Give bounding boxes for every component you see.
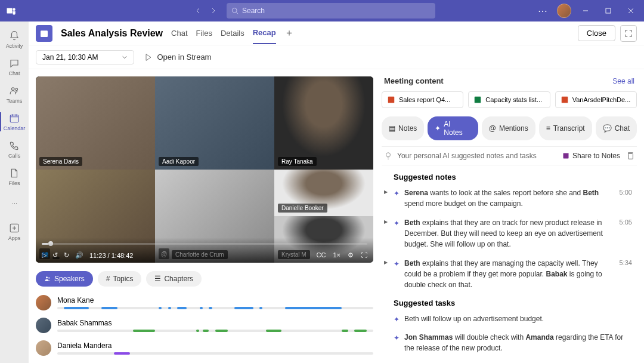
filter-tab-topics[interactable]: #Topics	[98, 271, 142, 287]
sparkle-icon: ✦	[394, 314, 400, 325]
bell-icon	[8, 30, 20, 42]
body: Serena Davis Aadi Kapoor Ray Tanaka 👥 @C…	[29, 69, 644, 363]
sidebar-item-more[interactable]: ⋯	[0, 191, 29, 217]
ai-notes-header: Your personal AI suggested notes and tas…	[382, 146, 637, 165]
suggested-note[interactable]: ▶✦Beth explains that they are managing t…	[394, 258, 632, 290]
ppt-file-icon	[561, 96, 569, 104]
sidebar-item-chat[interactable]: Chat	[0, 54, 29, 80]
meeting-content-header: Meeting content See all	[382, 76, 637, 91]
sparkle-icon: ✦	[394, 218, 400, 250]
attachment-name: VanArsdelPitchDe...	[572, 96, 631, 103]
attachment[interactable]: Sales report Q4...	[382, 91, 463, 108]
svg-point-14	[386, 153, 391, 157]
play-icon[interactable]: ▷	[42, 251, 47, 259]
open-in-stream-button[interactable]: Open in Stream	[144, 53, 211, 62]
svg-rect-16	[628, 154, 633, 159]
note-timestamp[interactable]: 5:34	[620, 258, 632, 290]
caret-icon[interactable]: ▶	[384, 189, 388, 196]
svg-point-10	[48, 277, 49, 278]
nav-back-icon[interactable]	[191, 4, 205, 18]
attachments-row: Sales report Q4...Capacity stats list...…	[382, 91, 637, 108]
recap-tab-notes[interactable]: ▤Notes	[382, 116, 424, 140]
lightbulb-icon	[384, 152, 392, 160]
tab-chat[interactable]: Chat	[171, 23, 187, 44]
sidebar-item-activity[interactable]: Activity	[0, 26, 29, 53]
more-icon: ⋯	[8, 198, 20, 210]
tab-recap[interactable]: Recap	[253, 22, 276, 44]
search-icon	[231, 7, 239, 14]
cc-icon[interactable]: CC	[317, 251, 326, 259]
app-sidebar: Activity Chat Teams Calendar Calls Files…	[0, 21, 29, 363]
video-tile: Ray Tanaka	[274, 76, 373, 170]
current-user-avatar[interactable]	[557, 4, 571, 18]
add-tab-icon[interactable]: ＋	[284, 27, 294, 39]
speaker-row[interactable]: Babak Shammas	[36, 318, 373, 333]
settings-icon[interactable]: ⚙	[348, 251, 354, 259]
date-picker[interactable]: Jan 21, 10:30 AM	[36, 50, 134, 64]
forward-10-icon[interactable]: ↻	[64, 251, 69, 259]
note-text: Beth explains that they are on track for…	[404, 217, 615, 250]
search-input[interactable]: Search	[227, 3, 435, 19]
note-timestamp[interactable]: 5:00	[620, 187, 632, 209]
speaker-timeline[interactable]	[57, 352, 373, 355]
recap-tab-transcript[interactable]: ≡Transcript	[539, 116, 592, 140]
nav-forward-icon[interactable]	[206, 4, 221, 18]
tab-icon: ≡	[546, 124, 550, 133]
teams-app-icon	[5, 4, 18, 17]
suggested-notes-title: Suggested notes	[394, 173, 632, 182]
speaker-row[interactable]: Mona Kane	[36, 295, 373, 310]
suggested-note[interactable]: ▶✦Serena wants to look at the sales repo…	[394, 187, 632, 209]
window-minimize-icon[interactable]	[577, 2, 594, 19]
ai-subtitle: Your personal AI suggested notes and tas…	[397, 152, 537, 160]
suggested-task[interactable]: ✦Jon Shammas will double check with Aman…	[394, 332, 632, 353]
speaker-timeline[interactable]	[57, 330, 373, 332]
rewind-10-icon[interactable]: ↺	[52, 251, 58, 259]
note-timestamp[interactable]: 5:05	[620, 217, 632, 250]
fullscreen-icon[interactable]: ⛶	[361, 251, 367, 259]
filter-tab-speakers[interactable]: Speakers	[36, 271, 93, 287]
video-grid[interactable]: Serena Davis Aadi Kapoor Ray Tanaka 👥 @C…	[36, 76, 373, 263]
sidebar-item-calls[interactable]: Calls	[0, 136, 29, 162]
speaker-timeline[interactable]	[57, 307, 373, 309]
suggested-task[interactable]: ✦Beth will follow up on advertisement bu…	[394, 313, 632, 325]
caret-icon[interactable]: ▶	[384, 259, 388, 266]
video-tile: Danielle Booker	[274, 170, 373, 216]
window-maximize-icon[interactable]	[600, 2, 617, 19]
note-text: Beth explains that they are managing the…	[404, 258, 615, 290]
right-column: Meeting content See all Sales report Q4.…	[382, 76, 637, 356]
svg-point-4	[12, 88, 15, 91]
tab-details[interactable]: Details	[221, 23, 244, 44]
file-icon	[8, 167, 20, 179]
svg-rect-8	[41, 30, 48, 37]
participant-name: Serena Davis	[39, 157, 82, 166]
tab-icon: @	[489, 124, 496, 133]
more-icon[interactable]: ⋯	[534, 2, 551, 19]
participant-name: Danielle Booker	[278, 204, 327, 213]
tab-files[interactable]: Files	[196, 23, 212, 44]
speed-icon[interactable]: 1×	[333, 251, 340, 259]
sidebar-item-calendar[interactable]: Calendar	[0, 109, 29, 135]
caret-icon[interactable]: ▶	[384, 219, 388, 226]
close-button[interactable]: Close	[578, 25, 615, 41]
expand-icon[interactable]	[620, 25, 637, 42]
copy-icon[interactable]	[626, 152, 634, 160]
speaker-row[interactable]: Daniela Mandera	[36, 340, 373, 356]
suggested-note[interactable]: ▶✦Beth explains that they are on track f…	[394, 217, 632, 250]
attachment[interactable]: Capacity stats list...	[468, 91, 550, 108]
svg-point-5	[16, 88, 18, 91]
filter-tab-chapters[interactable]: ☰Chapters	[146, 271, 202, 287]
left-column: Serena Davis Aadi Kapoor Ray Tanaka 👥 @C…	[36, 76, 373, 356]
svg-point-9	[46, 276, 48, 278]
sidebar-item-files[interactable]: Files	[0, 164, 29, 190]
recap-tab-ai-notes[interactable]: ✦AI Notes	[428, 116, 478, 140]
volume-icon[interactable]: 🔊	[75, 251, 83, 259]
sidebar-item-apps[interactable]: Apps	[0, 219, 29, 245]
sidebar-item-teams[interactable]: Teams	[0, 81, 29, 107]
attachment[interactable]: VanArsdelPitchDe...	[555, 91, 637, 108]
see-all-link[interactable]: See all	[612, 77, 634, 85]
task-text: Beth will follow up on advertisement bud…	[404, 313, 632, 325]
recap-tab-chat[interactable]: 💬Chat	[596, 116, 637, 140]
share-to-notes-button[interactable]: Share to Notes	[562, 152, 620, 160]
window-close-icon[interactable]	[623, 2, 639, 19]
recap-tab-mentions[interactable]: @Mentions	[482, 116, 535, 140]
